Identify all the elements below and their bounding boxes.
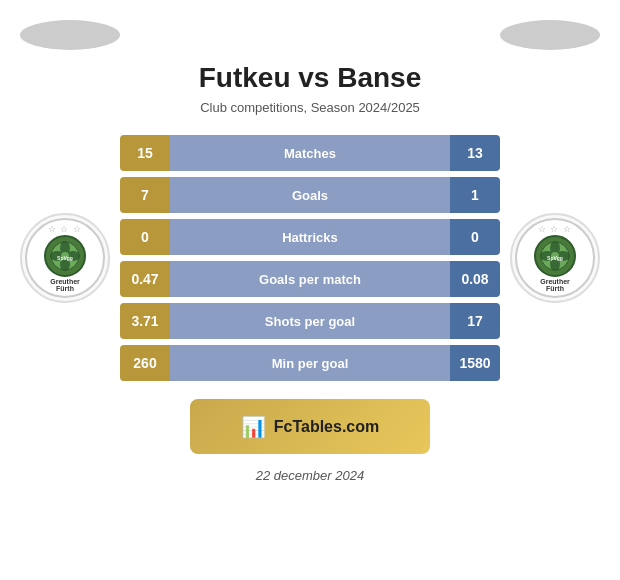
top-badge-left xyxy=(20,20,120,50)
stat-right-val-3: 0.08 xyxy=(450,261,500,297)
left-team-stars: ☆ ☆ ☆ xyxy=(48,224,82,234)
left-team-logo: ☆ ☆ ☆ SpVgg GreutherFürth xyxy=(20,213,110,303)
fctables-banner: 📊 FcTables.com xyxy=(190,399,430,454)
stat-label-3: Goals per match xyxy=(170,261,450,297)
stat-label-0: Matches xyxy=(170,135,450,171)
fctables-icon: 📊 xyxy=(241,415,266,439)
stats-section: ☆ ☆ ☆ SpVgg GreutherFürth xyxy=(10,135,610,381)
svg-text:SpVgg: SpVgg xyxy=(57,255,73,261)
stat-row-5: 260Min per goal1580 xyxy=(120,345,500,381)
page-title: Futkeu vs Banse xyxy=(199,62,422,94)
left-team-logo-inner: ☆ ☆ ☆ SpVgg GreutherFürth xyxy=(25,218,105,298)
right-team-stars: ☆ ☆ ☆ xyxy=(538,224,572,234)
right-team-logo-container: ☆ ☆ ☆ SpVgg GreutherFürth xyxy=(500,213,610,303)
main-container: Futkeu vs Banse Club competitions, Seaso… xyxy=(0,0,620,580)
left-team-svg-icon: SpVgg xyxy=(43,234,87,278)
stat-label-1: Goals xyxy=(170,177,450,213)
svg-text:SpVgg: SpVgg xyxy=(547,255,563,261)
stat-label-4: Shots per goal xyxy=(170,303,450,339)
stat-left-val-4: 3.71 xyxy=(120,303,170,339)
stat-right-val-1: 1 xyxy=(450,177,500,213)
stat-left-val-5: 260 xyxy=(120,345,170,381)
date-text: 22 december 2024 xyxy=(256,468,364,483)
right-team-svg-icon: SpVgg xyxy=(533,234,577,278)
stat-right-val-5: 1580 xyxy=(450,345,500,381)
top-badge-right xyxy=(500,20,600,50)
stat-left-val-1: 7 xyxy=(120,177,170,213)
stat-right-val-0: 13 xyxy=(450,135,500,171)
right-team-logo-inner: ☆ ☆ ☆ SpVgg GreutherFürth xyxy=(515,218,595,298)
right-team-logo: ☆ ☆ ☆ SpVgg GreutherFürth xyxy=(510,213,600,303)
stat-label-2: Hattricks xyxy=(170,219,450,255)
stat-row-4: 3.71Shots per goal17 xyxy=(120,303,500,339)
stat-right-val-4: 17 xyxy=(450,303,500,339)
stat-left-val-3: 0.47 xyxy=(120,261,170,297)
right-team-name-small: GreutherFürth xyxy=(540,278,570,292)
top-badges-row xyxy=(10,20,610,50)
stat-row-0: 15Matches13 xyxy=(120,135,500,171)
fctables-text: FcTables.com xyxy=(274,418,380,436)
stat-row-2: 0Hattricks0 xyxy=(120,219,500,255)
stat-left-val-0: 15 xyxy=(120,135,170,171)
left-team-logo-container: ☆ ☆ ☆ SpVgg GreutherFürth xyxy=(10,213,120,303)
left-team-name-small: GreutherFürth xyxy=(50,278,80,292)
stat-left-val-2: 0 xyxy=(120,219,170,255)
page-subtitle: Club competitions, Season 2024/2025 xyxy=(200,100,420,115)
stat-row-1: 7Goals1 xyxy=(120,177,500,213)
stat-label-5: Min per goal xyxy=(170,345,450,381)
stat-right-val-2: 0 xyxy=(450,219,500,255)
stat-row-3: 0.47Goals per match0.08 xyxy=(120,261,500,297)
stats-rows: 15Matches137Goals10Hattricks00.47Goals p… xyxy=(120,135,500,381)
